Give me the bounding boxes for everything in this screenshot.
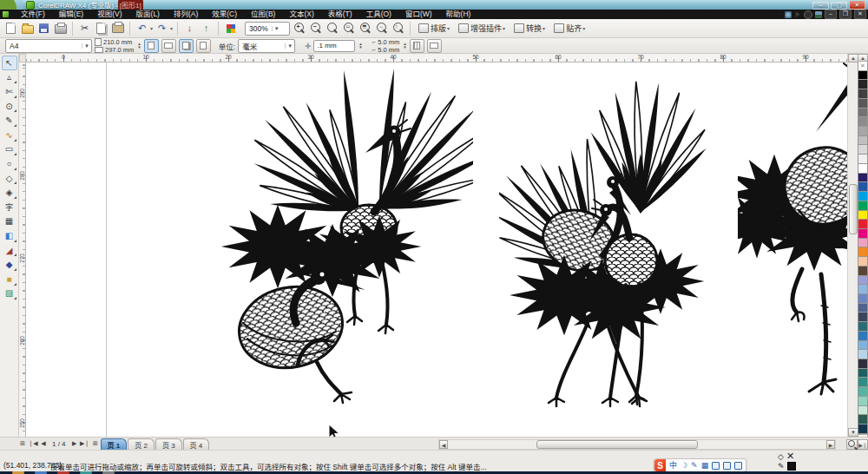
ellipse-tool[interactable]: ○: [2, 156, 17, 171]
tab-page-2[interactable]: 页 2: [128, 438, 155, 451]
paper-size-spinner[interactable]: ▲▼: [137, 43, 141, 49]
color-swatch[interactable]: [858, 182, 868, 192]
color-swatch[interactable]: [858, 164, 868, 174]
application-launcher-button[interactable]: [223, 21, 238, 36]
zoom-out-button[interactable]: −: [308, 21, 323, 36]
color-swatch[interactable]: [858, 109, 868, 118]
color-swatch[interactable]: [858, 276, 868, 286]
color-swatch[interactable]: [858, 369, 868, 379]
color-swatch[interactable]: [858, 304, 868, 313]
export-button[interactable]: ↑: [199, 21, 214, 36]
blend-tool[interactable]: ◧: [2, 228, 17, 243]
color-swatch[interactable]: [858, 425, 868, 434]
color-swatch[interactable]: [858, 89, 868, 99]
tray-preview-icon[interactable]: [815, 11, 822, 18]
color-palette[interactable]: ▲ ▼ ◀: [858, 54, 868, 450]
color-swatch[interactable]: [858, 397, 868, 406]
color-swatch[interactable]: [858, 71, 868, 81]
title-bar[interactable]: CorelDRAW X4 (专业版) - [图形1] – ▢ ✕: [0, 0, 868, 10]
dup-y-field[interactable]: 5.0 mm: [378, 46, 399, 54]
color-swatch[interactable]: [858, 350, 868, 359]
vertical-scrollbar[interactable]: ▲ ▼: [847, 54, 858, 437]
fill-tool[interactable]: ■: [2, 272, 17, 286]
convert-button[interactable]: 转换▾: [510, 21, 549, 36]
landscape-button[interactable]: [161, 39, 176, 53]
color-swatch[interactable]: [858, 285, 868, 294]
color-swatch[interactable]: [858, 99, 868, 109]
tray-play-icon[interactable]: [794, 11, 801, 18]
pick-tool[interactable]: ↖: [2, 56, 17, 70]
shape-tool[interactable]: ▵: [2, 70, 17, 85]
menu-text[interactable]: 文本(X): [282, 10, 320, 19]
color-swatch[interactable]: [858, 267, 868, 276]
ime-keyboard-icon[interactable]: ▦: [701, 461, 709, 470]
portrait-button[interactable]: [144, 39, 159, 53]
zoom-tool[interactable]: ⊙: [2, 99, 17, 114]
undo-dropdown[interactable]: ▾: [150, 25, 153, 31]
redo-button[interactable]: ↷: [155, 21, 169, 36]
zoom-actual-button[interactable]: [325, 21, 339, 36]
color-swatch[interactable]: [858, 174, 868, 183]
sogou-logo-icon[interactable]: S: [654, 459, 666, 471]
zoom-page-button[interactable]: ⬒: [358, 21, 372, 36]
fill-outline-status[interactable]: ◇ ✕ ✎: [778, 451, 821, 471]
crane-artwork-right-partial[interactable]: [738, 63, 847, 430]
horizontal-scroll-thumb[interactable]: [536, 440, 698, 449]
color-swatch[interactable]: [858, 211, 868, 221]
redo-dropdown[interactable]: ▾: [170, 25, 173, 31]
horizontal-ruler[interactable]: 0 10 20 30 40 50 60 70 80 90: [26, 54, 847, 63]
menu-arrange[interactable]: 排列(A): [167, 10, 205, 19]
color-swatch[interactable]: [858, 155, 868, 164]
next-page-button[interactable]: ▶: [69, 438, 80, 449]
zoom-selected-button[interactable]: ▭: [341, 21, 356, 36]
duplicate-spinner[interactable]: ▲▼: [403, 43, 406, 49]
enhanced-plugins-button[interactable]: 增强插件▾: [455, 21, 509, 36]
rectangle-tool[interactable]: ▭: [2, 142, 17, 157]
current-page-button[interactable]: [196, 39, 211, 53]
palette-scroll-up-button[interactable]: ▲: [858, 54, 868, 62]
color-swatch[interactable]: [858, 387, 868, 397]
menu-help[interactable]: 帮助(H): [439, 10, 478, 19]
doc-close-button[interactable]: ✕: [854, 10, 866, 19]
ime-skin-icon[interactable]: [723, 462, 731, 470]
add-page-after-button[interactable]: ⊞: [90, 438, 101, 449]
menu-layout[interactable]: 版面(L): [129, 10, 167, 19]
color-swatch[interactable]: [858, 117, 868, 127]
ime-language-indicator[interactable]: 中: [669, 461, 677, 470]
polygon-tool[interactable]: ◇: [2, 171, 17, 186]
tray-gear-icon[interactable]: [785, 11, 792, 18]
open-button[interactable]: [20, 21, 35, 36]
menu-bitmaps[interactable]: 位图(B): [244, 10, 282, 19]
snap-button[interactable]: 贴齐▾: [550, 21, 589, 36]
menu-view[interactable]: 视图(V): [90, 10, 128, 19]
menu-table[interactable]: 表格(T): [321, 10, 359, 19]
scroll-right-button[interactable]: ▶: [826, 440, 835, 449]
color-swatch[interactable]: [858, 145, 868, 155]
new-document-button[interactable]: [3, 21, 18, 36]
interactive-fill-tool[interactable]: ▨: [2, 286, 17, 301]
minimize-button[interactable]: –: [812, 1, 829, 10]
doc-minimize-button[interactable]: –: [825, 10, 837, 19]
color-swatch[interactable]: [858, 341, 868, 351]
navigator-button[interactable]: [846, 439, 858, 450]
units-combo[interactable]: 毫米 ▼: [238, 39, 295, 53]
color-swatch[interactable]: [858, 229, 868, 239]
scroll-left-button[interactable]: ◀: [439, 440, 448, 449]
crane-artwork-middle-pair[interactable]: [499, 63, 716, 431]
color-swatch[interactable]: [858, 359, 868, 369]
horizontal-scrollbar[interactable]: ◀ ▶: [438, 439, 836, 450]
basic-shapes-tool[interactable]: ◈: [2, 185, 17, 200]
color-swatch[interactable]: [858, 294, 868, 304]
no-color-swatch[interactable]: [858, 62, 868, 71]
outline-pen-tool[interactable]: ◆: [2, 257, 17, 272]
copy-button[interactable]: [94, 21, 108, 36]
nudge-field[interactable]: .1 mm: [313, 40, 355, 52]
menu-file[interactable]: 文件(F): [14, 10, 52, 19]
import-button[interactable]: ↓: [182, 21, 197, 36]
tab-page-1[interactable]: 页 1: [101, 438, 128, 451]
color-swatch[interactable]: [858, 322, 868, 332]
last-page-button[interactable]: ▶❘: [80, 438, 90, 449]
ime-toolbar[interactable]: S 中 ☽ ✎ ▦: [654, 458, 746, 472]
all-pages-button[interactable]: [179, 39, 194, 53]
add-page-before-button[interactable]: ⊞: [17, 438, 28, 449]
